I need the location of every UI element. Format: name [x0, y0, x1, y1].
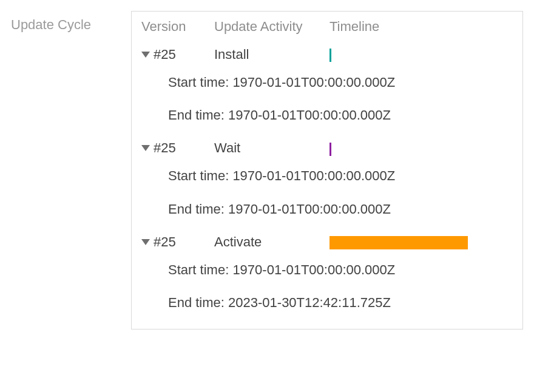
detail-start: Start time: 1970-01-01T00:00:00.000Z — [132, 160, 522, 192]
timeline-bar — [330, 49, 331, 62]
version-text: #25 — [154, 140, 176, 156]
activity-text: Wait — [214, 140, 330, 156]
update-cycle-panel: Version Update Activity Timeline #25 Ins… — [131, 11, 523, 329]
activity-text: Install — [214, 47, 330, 63]
version-text: #25 — [154, 47, 176, 63]
cycle-row[interactable]: #25 Install — [132, 43, 522, 66]
expand-toggle-icon[interactable] — [141, 145, 150, 151]
header-timeline: Timeline — [330, 19, 513, 35]
detail-end: End time: 1970-01-01T00:00:00.000Z — [132, 99, 522, 132]
detail-end: End time: 1970-01-01T00:00:00.000Z — [132, 193, 522, 226]
section-label: Update Cycle — [11, 11, 120, 33]
detail-start: Start time: 1970-01-01T00:00:00.000Z — [132, 254, 522, 286]
activity-text: Activate — [214, 234, 330, 250]
detail-start: Start time: 1970-01-01T00:00:00.000Z — [132, 66, 522, 99]
expand-toggle-icon[interactable] — [141, 239, 150, 245]
detail-end: End time: 2023-01-30T12:42:11.725Z — [132, 286, 522, 319]
cycle-row[interactable]: #25 Activate — [132, 231, 522, 254]
timeline-bar — [330, 236, 468, 249]
timeline-bar — [330, 143, 331, 156]
expand-toggle-icon[interactable] — [141, 52, 150, 58]
header-row: Version Update Activity Timeline — [132, 15, 522, 38]
version-text: #25 — [154, 234, 176, 250]
header-version: Version — [141, 19, 214, 35]
header-activity: Update Activity — [214, 19, 330, 35]
cycle-row[interactable]: #25 Wait — [132, 137, 522, 160]
